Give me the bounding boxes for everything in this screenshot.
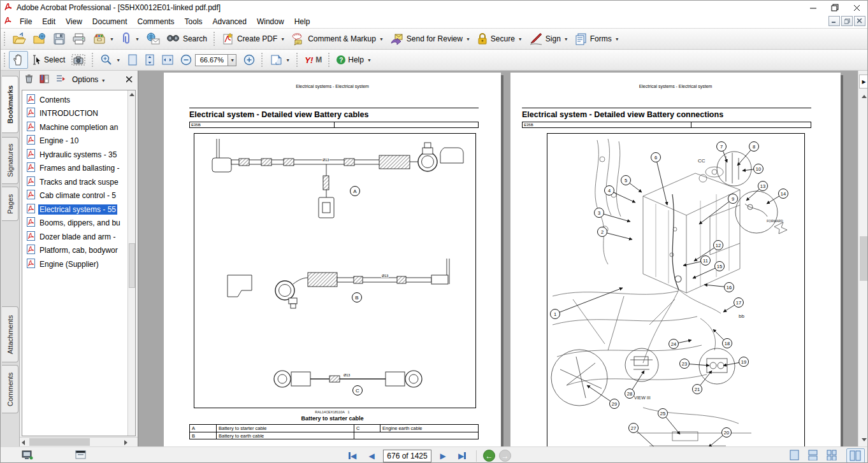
toolbar-grip[interactable]	[3, 32, 6, 46]
continuous-layout-icon[interactable]	[808, 450, 818, 462]
document-scrollbar[interactable]: ▶	[858, 71, 868, 446]
open-button[interactable]	[9, 31, 29, 47]
bookmarks-scrollbar[interactable]	[127, 90, 135, 436]
doc-minimize-icon[interactable]	[828, 16, 840, 26]
menu-tools[interactable]: Tools	[180, 16, 208, 27]
bookmark-item[interactable]: Frames and ballasting -	[22, 162, 135, 176]
snapshot-button[interactable]	[68, 52, 89, 68]
toolbar-grip[interactable]	[3, 53, 6, 67]
scroll-up-icon[interactable]	[129, 93, 134, 96]
previous-view-button[interactable]: ←	[483, 450, 495, 462]
attach-button[interactable]: ▼	[117, 31, 143, 47]
reading-mode-icon[interactable]	[22, 450, 33, 462]
first-page-button[interactable]: ◀	[345, 449, 360, 463]
document-scroll-thumb[interactable]	[860, 236, 868, 281]
next-view-button[interactable]: →	[499, 450, 511, 462]
menu-help[interactable]: Help	[289, 16, 315, 27]
previous-page-button[interactable]: ◀	[364, 449, 379, 463]
toolbar-grip[interactable]	[261, 53, 264, 67]
doc-restore-icon[interactable]	[841, 16, 853, 26]
bookmark-item[interactable]: Tracks and track suspe	[22, 175, 135, 189]
pdf-document-icon[interactable]	[4, 17, 12, 27]
organizer-button[interactable]: ▼	[89, 31, 117, 47]
bookmarks-options-button[interactable]: Options ▼	[72, 75, 106, 84]
secure-button[interactable]: Secure▼	[474, 31, 526, 47]
page-number-input[interactable]: 676 of 1425	[383, 450, 431, 462]
bookmark-item[interactable]: INTRODUCTION	[22, 107, 135, 121]
bookmark-item[interactable]: Dozer blade and arm -	[22, 230, 135, 244]
continuous-facing-layout-icon[interactable]	[827, 450, 837, 462]
bookmark-item[interactable]: Machine completion an	[22, 120, 135, 134]
expand-bookmark-icon[interactable]	[40, 75, 50, 85]
menu-view[interactable]: View	[61, 16, 87, 27]
comment-markup-button[interactable]: Comment & Markup▼	[288, 31, 387, 47]
scroll-right-icon[interactable]	[124, 440, 127, 445]
email-button[interactable]	[143, 31, 163, 47]
facing-layout-icon[interactable]	[846, 448, 865, 463]
fit-width-button[interactable]	[158, 52, 177, 68]
search-button[interactable]: Search	[163, 31, 210, 46]
delete-bookmark-icon[interactable]	[25, 74, 33, 85]
nav-tab-attachments[interactable]: Attachments	[2, 306, 18, 362]
bookmark-item[interactable]: Engine - 10	[22, 134, 135, 148]
single-page-layout-icon[interactable]	[790, 450, 799, 462]
bookmark-item[interactable]: Hydraulic systems - 35	[22, 148, 135, 162]
toolbar-grip[interactable]	[213, 32, 216, 46]
open-web-button[interactable]	[29, 31, 50, 47]
bookmark-item[interactable]: Engine (Supplier)	[22, 257, 135, 271]
send-for-review-button[interactable]: Send for Review▼	[387, 31, 474, 47]
help-button[interactable]: ?Help▼	[333, 53, 375, 66]
menu-document[interactable]: Document	[87, 16, 133, 27]
menu-comments[interactable]: Comments	[133, 16, 180, 27]
toolbar-grip[interactable]	[328, 53, 331, 67]
print-button[interactable]	[69, 31, 89, 47]
bookmark-item[interactable]: Cab climate control - 5	[22, 189, 135, 203]
last-page-button[interactable]: ▶	[454, 449, 470, 463]
zoom-tool-button[interactable]: ▼	[97, 52, 124, 68]
toolbar-grip[interactable]	[296, 53, 299, 67]
fit-height-button[interactable]	[141, 52, 158, 68]
zoom-in-button[interactable]	[240, 52, 258, 68]
bookmark-item[interactable]: Platform, cab, bodywor	[22, 244, 135, 258]
bookmarks-hscrollbar[interactable]	[20, 437, 138, 446]
nav-tab-bookmarks[interactable]: Bookmarks	[2, 76, 18, 133]
create-pdf-button[interactable]: Create PDF▼	[219, 31, 288, 47]
bookmarks-scroll-thumb[interactable]	[129, 243, 135, 288]
nav-tab-pages[interactable]: Pages	[2, 187, 18, 221]
close-icon[interactable]	[846, 1, 867, 15]
show-pane-icon[interactable]: ▶	[859, 75, 868, 89]
menu-edit[interactable]: Edit	[37, 16, 61, 27]
forms-button[interactable]: Forms▼	[572, 31, 623, 47]
window-layout-icon[interactable]	[75, 450, 87, 461]
scroll-down-icon[interactable]	[858, 434, 868, 445]
bookmarks-hscroll-thumb[interactable]	[29, 438, 90, 446]
restore-icon[interactable]	[824, 1, 846, 15]
bookmark-item[interactable]: Booms, dippers, and bu	[22, 217, 135, 231]
bookmark-item[interactable]: Contents	[22, 93, 135, 107]
callout-15: 15	[714, 261, 725, 271]
nav-tab-signatures[interactable]: Signatures	[2, 137, 18, 184]
fit-page-button[interactable]	[124, 52, 141, 68]
zoom-out-button[interactable]	[177, 52, 195, 68]
goto-bookmark-icon[interactable]	[56, 75, 66, 85]
toolbar-grip[interactable]	[91, 53, 94, 67]
menu-advanced[interactable]: Advanced	[208, 16, 252, 27]
minimize-icon[interactable]	[802, 1, 824, 15]
zoom-level-input[interactable]: 66.67%	[195, 54, 228, 66]
next-page-button[interactable]: ▶	[435, 449, 451, 463]
save-button[interactable]	[50, 31, 69, 47]
scroll-left-icon[interactable]	[22, 440, 25, 445]
close-panel-icon[interactable]	[126, 75, 133, 85]
page-display-button[interactable]: ▼	[266, 52, 293, 68]
sign-button[interactable]: Sign▼	[526, 31, 572, 47]
doc-close-icon[interactable]	[854, 16, 865, 26]
hand-tool-button[interactable]	[9, 51, 28, 69]
yahoo-search-button[interactable]: Y!M	[301, 53, 325, 67]
select-tool-button[interactable]: Select	[28, 52, 68, 68]
menu-file[interactable]: File	[15, 16, 37, 27]
nav-tab-comments[interactable]: Comments	[2, 365, 18, 413]
bookmark-item[interactable]: Electrical systems - 55	[22, 203, 135, 217]
zoom-level-caret-icon[interactable]: ▼	[228, 54, 236, 66]
scroll-up-icon[interactable]	[858, 91, 868, 102]
menu-window[interactable]: Window	[252, 16, 289, 27]
